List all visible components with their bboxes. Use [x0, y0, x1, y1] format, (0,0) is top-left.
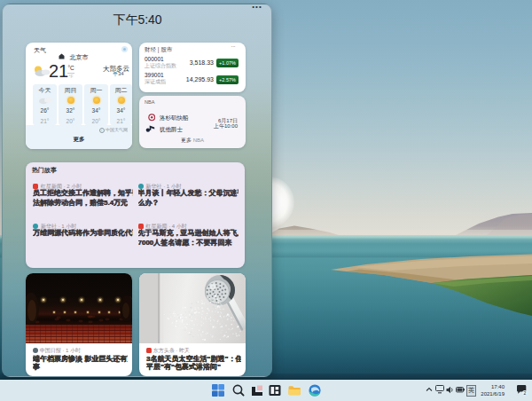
- svg-text:2: 2: [523, 390, 526, 396]
